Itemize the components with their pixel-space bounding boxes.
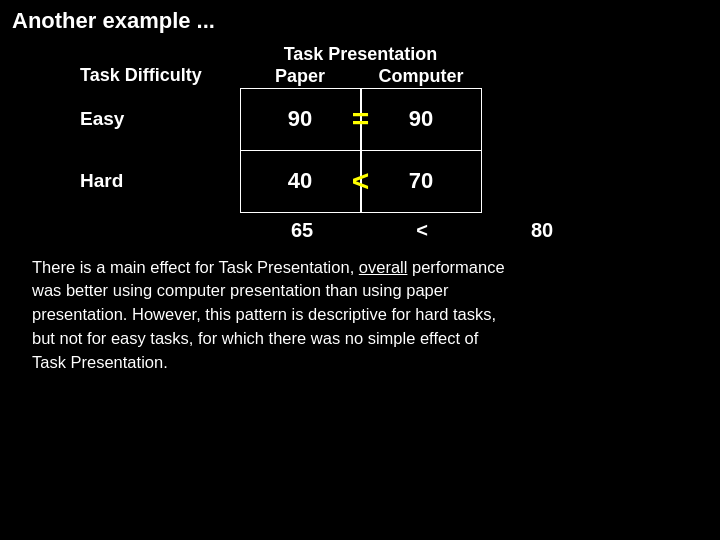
page-title: Another example ... (0, 0, 720, 38)
body-line-4: but not for easy tasks, for which there … (32, 329, 478, 347)
row-section-label: Task Difficulty (80, 65, 240, 88)
cell-hard-paper: 40 (240, 150, 360, 212)
col-header-task-presentation: Task Presentation (240, 44, 481, 65)
table-row: Easy 90 = 90 (80, 88, 481, 150)
table-row: Hard 40 < 70 (80, 150, 481, 212)
cell-easy-paper: 90 (240, 88, 360, 150)
body-line-1: There is a main effect for Task Presenta… (32, 258, 505, 276)
col-header-empty (80, 44, 240, 65)
op-equals-symbol: = (352, 102, 370, 136)
op-hard: < (360, 150, 361, 212)
op-less-symbol: < (352, 164, 370, 198)
body-line-3: presentation. However, this pattern is d… (32, 305, 496, 323)
cell-easy-computer: 90 (361, 88, 481, 150)
body-text: There is a main effect for Task Presenta… (20, 242, 700, 376)
task-difficulty-header: Task Difficulty (80, 65, 240, 88)
row-label-easy: Easy (80, 88, 240, 150)
op-easy: = (360, 88, 361, 150)
summary-computer-val: 80 (482, 219, 602, 242)
body-line-2: was better using computer presentation t… (32, 281, 448, 299)
col-header-paper: Paper (240, 65, 360, 88)
col-header-computer: Computer (361, 65, 481, 88)
body-line-5: Task Presentation. (32, 353, 168, 371)
cell-hard-computer: 70 (361, 150, 481, 212)
summary-row: 65 < 80 (82, 219, 700, 242)
row-label-hard: Hard (80, 150, 240, 212)
summary-op: < (362, 219, 482, 242)
summary-paper-val: 65 (242, 219, 362, 242)
data-table: Task Presentation Task Difficulty Paper … (80, 44, 482, 213)
